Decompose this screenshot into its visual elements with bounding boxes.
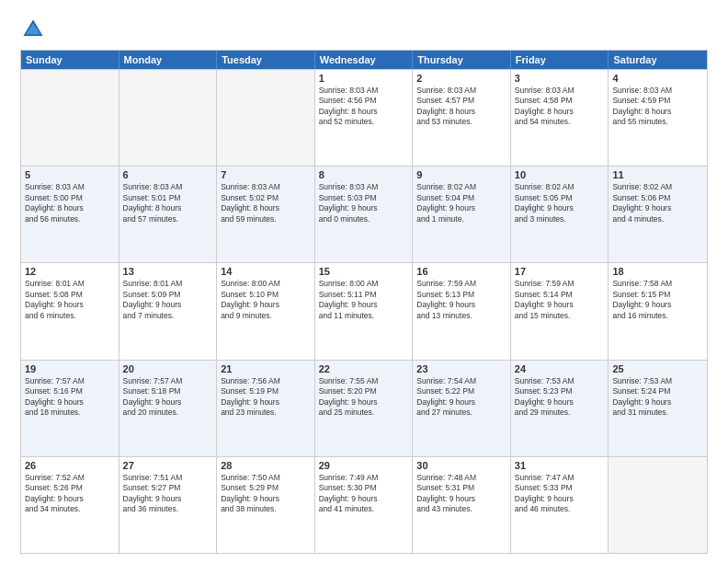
calendar: SundayMondayTuesdayWednesdayThursdayFrid… [20, 50, 708, 554]
day-number: 29 [319, 460, 409, 471]
cell-text: Sunrise: 8:01 AM Sunset: 5:09 PM Dayligh… [123, 279, 213, 321]
cell-text: Sunrise: 8:03 AM Sunset: 5:03 PM Dayligh… [319, 182, 409, 224]
cal-cell-22: 22Sunrise: 7:55 AM Sunset: 5:20 PM Dayli… [315, 361, 414, 456]
day-number: 23 [416, 363, 506, 374]
day-number: 21 [221, 363, 311, 374]
cal-cell-31: 31Sunrise: 7:47 AM Sunset: 5:33 PM Dayli… [511, 457, 609, 553]
cal-cell-4: 4Sunrise: 8:03 AM Sunset: 4:59 PM Daylig… [609, 70, 707, 166]
cell-text: Sunrise: 7:55 AM Sunset: 5:20 PM Dayligh… [319, 376, 409, 419]
cal-cell-8: 8Sunrise: 8:03 AM Sunset: 5:03 PM Daylig… [315, 167, 414, 262]
cell-text: Sunrise: 7:53 AM Sunset: 5:23 PM Dayligh… [515, 376, 605, 419]
day-number: 22 [319, 363, 409, 374]
cal-cell-18: 18Sunrise: 7:58 AM Sunset: 5:15 PM Dayli… [609, 263, 707, 359]
cell-text: Sunrise: 8:02 AM Sunset: 5:05 PM Dayligh… [515, 182, 605, 224]
cal-cell-26: 26Sunrise: 7:52 AM Sunset: 5:26 PM Dayli… [21, 457, 119, 553]
cell-text: Sunrise: 7:57 AM Sunset: 5:18 PM Dayligh… [123, 376, 213, 419]
day-number: 10 [515, 169, 605, 180]
day-number: 8 [319, 169, 409, 180]
day-number: 9 [416, 169, 506, 180]
cal-cell-1: 1Sunrise: 8:03 AM Sunset: 4:56 PM Daylig… [315, 70, 414, 166]
week-row-2: 5Sunrise: 8:03 AM Sunset: 5:00 PM Daylig… [21, 166, 707, 262]
day-number: 11 [612, 169, 703, 180]
header-cell-sunday: Sunday [21, 51, 119, 69]
day-number: 5 [25, 169, 115, 180]
cell-text: Sunrise: 7:59 AM Sunset: 5:13 PM Dayligh… [416, 279, 506, 321]
day-number: 28 [221, 460, 311, 471]
cell-text: Sunrise: 7:50 AM Sunset: 5:29 PM Dayligh… [221, 473, 311, 515]
day-number: 26 [25, 460, 115, 471]
cell-text: Sunrise: 8:01 AM Sunset: 5:08 PM Dayligh… [25, 279, 115, 321]
cal-cell-28: 28Sunrise: 7:50 AM Sunset: 5:29 PM Dayli… [217, 457, 315, 553]
day-number: 6 [123, 169, 213, 180]
day-number: 20 [123, 363, 213, 374]
cal-cell-empty-0 [21, 70, 119, 166]
cal-cell-16: 16Sunrise: 7:59 AM Sunset: 5:13 PM Dayli… [413, 263, 511, 359]
cal-cell-21: 21Sunrise: 7:56 AM Sunset: 5:19 PM Dayli… [217, 361, 315, 456]
header-cell-tuesday: Tuesday [217, 51, 315, 69]
header-cell-thursday: Thursday [413, 51, 511, 69]
cell-text: Sunrise: 7:59 AM Sunset: 5:14 PM Dayligh… [515, 279, 605, 321]
cell-text: Sunrise: 8:03 AM Sunset: 5:00 PM Dayligh… [25, 182, 115, 224]
cal-cell-11: 11Sunrise: 8:02 AM Sunset: 5:06 PM Dayli… [609, 167, 707, 262]
header-cell-wednesday: Wednesday [315, 51, 414, 69]
cal-cell-14: 14Sunrise: 8:00 AM Sunset: 5:10 PM Dayli… [217, 263, 315, 359]
day-number: 31 [515, 460, 605, 471]
day-number: 25 [612, 363, 703, 374]
cell-text: Sunrise: 7:47 AM Sunset: 5:33 PM Dayligh… [515, 473, 605, 515]
cell-text: Sunrise: 8:03 AM Sunset: 4:56 PM Dayligh… [319, 86, 409, 128]
week-row-5: 26Sunrise: 7:52 AM Sunset: 5:26 PM Dayli… [21, 456, 707, 553]
cal-cell-17: 17Sunrise: 7:59 AM Sunset: 5:14 PM Dayli… [511, 263, 609, 359]
cell-text: Sunrise: 8:03 AM Sunset: 5:02 PM Dayligh… [221, 182, 311, 224]
cell-text: Sunrise: 7:48 AM Sunset: 5:31 PM Dayligh… [416, 473, 506, 515]
cell-text: Sunrise: 8:00 AM Sunset: 5:11 PM Dayligh… [319, 279, 409, 321]
day-number: 30 [416, 460, 506, 471]
cell-text: Sunrise: 8:03 AM Sunset: 4:59 PM Dayligh… [612, 86, 703, 128]
cal-cell-30: 30Sunrise: 7:48 AM Sunset: 5:31 PM Dayli… [413, 457, 511, 553]
cal-cell-24: 24Sunrise: 7:53 AM Sunset: 5:23 PM Dayli… [511, 361, 609, 456]
cal-cell-6: 6Sunrise: 8:03 AM Sunset: 5:01 PM Daylig… [119, 167, 218, 262]
cell-text: Sunrise: 8:02 AM Sunset: 5:04 PM Dayligh… [416, 182, 506, 224]
cell-text: Sunrise: 8:03 AM Sunset: 5:01 PM Dayligh… [123, 182, 213, 224]
cal-cell-2: 2Sunrise: 8:03 AM Sunset: 4:57 PM Daylig… [413, 70, 511, 166]
day-number: 27 [123, 460, 213, 471]
cal-cell-15: 15Sunrise: 8:00 AM Sunset: 5:11 PM Dayli… [315, 263, 414, 359]
day-number: 14 [221, 266, 311, 277]
day-number: 15 [319, 266, 409, 277]
day-number: 17 [515, 266, 605, 277]
cell-text: Sunrise: 8:00 AM Sunset: 5:10 PM Dayligh… [221, 279, 311, 321]
cal-cell-29: 29Sunrise: 7:49 AM Sunset: 5:30 PM Dayli… [315, 457, 414, 553]
calendar-body: 1Sunrise: 8:03 AM Sunset: 4:56 PM Daylig… [21, 69, 707, 553]
day-number: 7 [221, 169, 311, 180]
day-number: 2 [416, 73, 506, 84]
day-number: 19 [25, 363, 115, 374]
cal-cell-9: 9Sunrise: 8:02 AM Sunset: 5:04 PM Daylig… [413, 167, 511, 262]
cell-text: Sunrise: 7:52 AM Sunset: 5:26 PM Dayligh… [25, 473, 115, 515]
cell-text: Sunrise: 7:53 AM Sunset: 5:24 PM Dayligh… [612, 376, 703, 419]
day-number: 18 [612, 266, 703, 277]
logo [20, 17, 48, 42]
cell-text: Sunrise: 7:54 AM Sunset: 5:22 PM Dayligh… [416, 376, 506, 419]
header-cell-monday: Monday [119, 51, 218, 69]
cal-cell-25: 25Sunrise: 7:53 AM Sunset: 5:24 PM Dayli… [609, 361, 707, 456]
header [20, 17, 708, 42]
week-row-3: 12Sunrise: 8:01 AM Sunset: 5:08 PM Dayli… [21, 262, 707, 359]
header-cell-friday: Friday [511, 51, 609, 69]
day-number: 12 [25, 266, 115, 277]
week-row-4: 19Sunrise: 7:57 AM Sunset: 5:16 PM Dayli… [21, 360, 707, 456]
cell-text: Sunrise: 8:03 AM Sunset: 4:58 PM Dayligh… [515, 86, 605, 128]
cal-cell-5: 5Sunrise: 8:03 AM Sunset: 5:00 PM Daylig… [21, 167, 119, 262]
cell-text: Sunrise: 7:57 AM Sunset: 5:16 PM Dayligh… [25, 376, 115, 419]
cal-cell-20: 20Sunrise: 7:57 AM Sunset: 5:18 PM Dayli… [119, 361, 218, 456]
cal-cell-7: 7Sunrise: 8:03 AM Sunset: 5:02 PM Daylig… [217, 167, 315, 262]
cal-cell-empty-2 [217, 70, 315, 166]
cell-text: Sunrise: 8:02 AM Sunset: 5:06 PM Dayligh… [612, 182, 703, 224]
cell-text: Sunrise: 8:03 AM Sunset: 4:57 PM Dayligh… [416, 86, 506, 128]
logo-icon [20, 17, 46, 42]
cell-text: Sunrise: 7:58 AM Sunset: 5:15 PM Dayligh… [612, 279, 703, 321]
cal-cell-12: 12Sunrise: 8:01 AM Sunset: 5:08 PM Dayli… [21, 263, 119, 359]
cal-cell-empty-6 [609, 457, 707, 553]
cal-cell-23: 23Sunrise: 7:54 AM Sunset: 5:22 PM Dayli… [413, 361, 511, 456]
week-row-1: 1Sunrise: 8:03 AM Sunset: 4:56 PM Daylig… [21, 69, 707, 166]
cal-cell-27: 27Sunrise: 7:51 AM Sunset: 5:27 PM Dayli… [119, 457, 218, 553]
day-number: 4 [612, 73, 703, 84]
